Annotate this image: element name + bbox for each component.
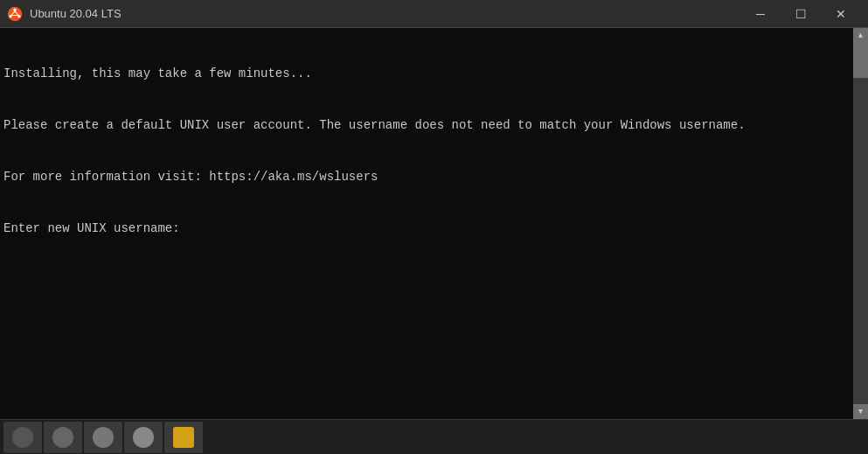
terminal-line-4: Enter new UNIX username: [3, 220, 850, 238]
taskbar-icon-4 [133, 427, 154, 448]
taskbar-icon-5 [173, 427, 194, 448]
terminal-line-1: Installing, this may take a few minutes.… [3, 66, 850, 83]
terminal-line-3: For more information visit: https://aka.… [3, 169, 850, 186]
terminal-body: Installing, this may take a few minutes.… [0, 28, 868, 419]
taskbar [0, 419, 868, 454]
scrollbar: ▲ ▼ [853, 28, 868, 419]
taskbar-icon-2 [52, 427, 73, 448]
ubuntu-icon [7, 6, 23, 22]
window-controls: ─ ☐ ✕ [740, 0, 861, 28]
close-button[interactable]: ✕ [821, 0, 861, 28]
taskbar-item-5[interactable] [164, 422, 203, 453]
taskbar-item-4[interactable] [124, 422, 163, 453]
taskbar-item-1[interactable] [3, 422, 42, 453]
taskbar-icon-1 [12, 427, 33, 448]
taskbar-icon-3 [93, 427, 114, 448]
scrollbar-thumb[interactable] [853, 43, 868, 78]
scroll-down-button[interactable]: ▼ [853, 404, 868, 419]
taskbar-item-2[interactable] [44, 422, 82, 453]
title-bar: Ubuntu 20.04 LTS ─ ☐ ✕ [0, 0, 868, 28]
scroll-up-button[interactable]: ▲ [853, 28, 868, 43]
maximize-button[interactable]: ☐ [781, 0, 821, 28]
minimize-button[interactable]: ─ [740, 0, 781, 28]
taskbar-item-3[interactable] [84, 422, 122, 453]
terminal-content[interactable]: Installing, this may take a few minutes.… [0, 28, 853, 419]
scrollbar-track [853, 43, 868, 404]
window-title: Ubuntu 20.04 LTS [30, 7, 740, 20]
terminal-line-2: Please create a default UNIX user accoun… [3, 117, 850, 135]
